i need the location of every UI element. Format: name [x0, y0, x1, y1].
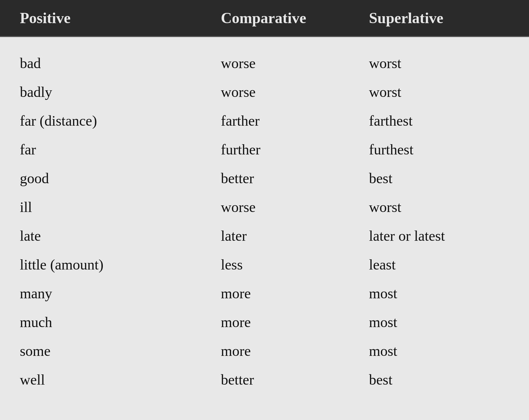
- cell-positive: far: [0, 135, 201, 164]
- table-row: somemoremost: [0, 337, 529, 365]
- divider: [0, 37, 529, 49]
- table-row: manymoremost: [0, 279, 529, 308]
- table-row: little (amount)lessleast: [0, 250, 529, 279]
- cell-positive: some: [0, 337, 201, 365]
- cell-comparative: better: [201, 164, 349, 193]
- cell-superlative: most: [349, 337, 529, 365]
- cell-superlative: worst: [349, 49, 529, 78]
- cell-comparative: later: [201, 222, 349, 250]
- cell-comparative: more: [201, 337, 349, 365]
- cell-positive: badly: [0, 78, 201, 106]
- cell-superlative: furthest: [349, 135, 529, 164]
- cell-comparative: further: [201, 135, 349, 164]
- table-row: wellbetterbest: [0, 365, 529, 394]
- cell-superlative: worst: [349, 78, 529, 106]
- cell-positive: ill: [0, 193, 201, 222]
- cell-superlative: best: [349, 164, 529, 193]
- cell-positive: bad: [0, 49, 201, 78]
- cell-comparative: more: [201, 308, 349, 337]
- table-row: muchmoremost: [0, 308, 529, 337]
- cell-comparative: farther: [201, 106, 349, 135]
- cell-comparative: more: [201, 279, 349, 308]
- cell-comparative: worse: [201, 49, 349, 78]
- table-row: far (distance)fartherfarthest: [0, 106, 529, 135]
- header-comparative: Comparative: [201, 0, 349, 37]
- cell-positive: late: [0, 222, 201, 250]
- table-row: goodbetterbest: [0, 164, 529, 193]
- cell-superlative: most: [349, 308, 529, 337]
- cell-positive: well: [0, 365, 201, 394]
- cell-positive: good: [0, 164, 201, 193]
- cell-superlative: best: [349, 365, 529, 394]
- header-row: Positive Comparative Superlative: [0, 0, 529, 37]
- cell-positive: much: [0, 308, 201, 337]
- cell-positive: many: [0, 279, 201, 308]
- cell-comparative: worse: [201, 193, 349, 222]
- table-row: badworseworst: [0, 49, 529, 78]
- cell-positive: far (distance): [0, 106, 201, 135]
- cell-superlative: worst: [349, 193, 529, 222]
- table-row: badlyworseworst: [0, 78, 529, 106]
- table-row: illworseworst: [0, 193, 529, 222]
- cell-superlative: later or latest: [349, 222, 529, 250]
- cell-positive: little (amount): [0, 250, 201, 279]
- main-container: Positive Comparative Superlative badwors…: [0, 0, 529, 420]
- header-positive: Positive: [0, 0, 201, 37]
- cell-superlative: most: [349, 279, 529, 308]
- cell-comparative: less: [201, 250, 349, 279]
- header-superlative: Superlative: [349, 0, 529, 37]
- cell-superlative: farthest: [349, 106, 529, 135]
- cell-comparative: worse: [201, 78, 349, 106]
- cell-superlative: least: [349, 250, 529, 279]
- table-row: farfurtherfurthest: [0, 135, 529, 164]
- cell-comparative: better: [201, 365, 349, 394]
- table-row: latelaterlater or latest: [0, 222, 529, 250]
- adjectives-table: Positive Comparative Superlative badwors…: [0, 0, 529, 394]
